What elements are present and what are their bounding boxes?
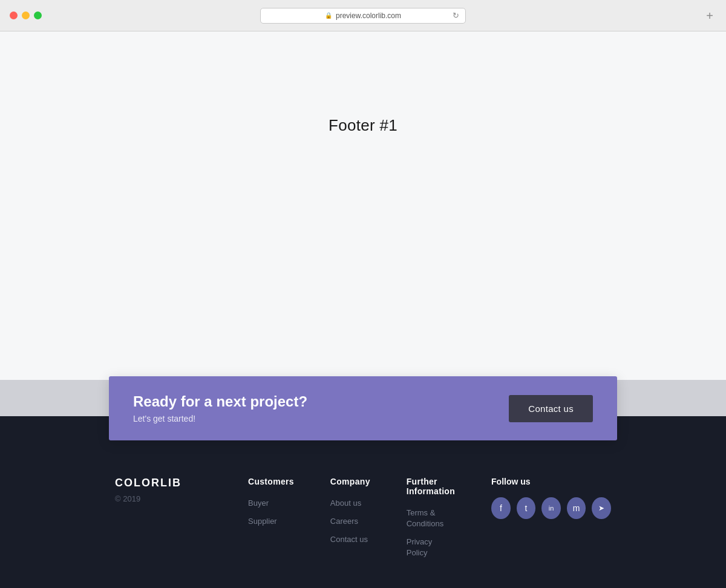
url-text: preview.colorlib.com	[336, 11, 401, 20]
cta-banner: Ready for a next project? Let's get star…	[109, 376, 617, 440]
footer-brand: COLORLIB © 2019	[115, 477, 212, 503]
list-item: Privacy Policy	[407, 536, 455, 558]
footer-copyright: © 2019	[115, 494, 212, 503]
telegram-icon[interactable]: ➤	[592, 497, 611, 519]
buyer-link[interactable]: Buyer	[248, 498, 269, 508]
footer-inner: COLORLIB © 2019 Customers Buyer Supplier…	[103, 477, 623, 558]
cta-contact-button[interactable]: Contact us	[509, 395, 593, 422]
lock-icon: 🔒	[325, 12, 332, 19]
page-content: Footer #1 Ready for a next project? Let'…	[0, 31, 726, 588]
browser-chrome: 🔒 preview.colorlib.com ↻ +	[0, 0, 726, 31]
follow-us-heading: Follow us	[491, 477, 611, 486]
customers-list: Buyer Supplier	[248, 497, 294, 526]
about-us-link[interactable]: About us	[330, 498, 361, 508]
facebook-icon[interactable]: f	[491, 497, 511, 519]
maximize-button[interactable]	[34, 11, 42, 19]
close-button[interactable]	[10, 11, 18, 19]
careers-link[interactable]: Careers	[330, 517, 358, 526]
list-item: Supplier	[248, 515, 294, 526]
new-tab-button[interactable]: +	[703, 9, 716, 22]
footer-col-customers: Customers Buyer Supplier	[248, 477, 294, 558]
cta-heading: Ready for a next project?	[133, 393, 307, 410]
footer-columns: Customers Buyer Supplier Company About u…	[248, 477, 455, 558]
cta-banner-wrapper: Ready for a next project? Let's get star…	[109, 376, 617, 440]
cta-text: Ready for a next project? Let's get star…	[133, 393, 307, 423]
terms-conditions-link[interactable]: Terms & Conditions	[407, 508, 443, 528]
footer-logo: COLORLIB	[115, 477, 212, 489]
social-icons: f t in m ➤	[491, 497, 611, 519]
main-area: Footer #1 Ready for a next project? Let'…	[0, 31, 726, 416]
page-title: Footer #1	[329, 116, 397, 135]
list-item: Buyer	[248, 497, 294, 508]
cta-subtext: Let's get started!	[133, 414, 307, 423]
list-item: Contact us	[330, 534, 370, 544]
list-item: Terms & Conditions	[407, 507, 455, 529]
footer-social: Follow us f t in m ➤	[491, 477, 611, 519]
contact-us-link[interactable]: Contact us	[330, 535, 368, 544]
privacy-policy-link[interactable]: Privacy Policy	[407, 537, 433, 557]
reload-icon[interactable]: ↻	[453, 11, 459, 20]
customers-heading: Customers	[248, 477, 294, 486]
linkedin-icon[interactable]: in	[541, 497, 561, 519]
footer-col-company: Company About us Careers Contact us	[330, 477, 370, 558]
footer: COLORLIB © 2019 Customers Buyer Supplier…	[0, 416, 726, 588]
list-item: Careers	[330, 515, 370, 526]
twitter-icon[interactable]: t	[517, 497, 536, 519]
company-heading: Company	[330, 477, 370, 486]
supplier-link[interactable]: Supplier	[248, 517, 277, 526]
address-bar[interactable]: 🔒 preview.colorlib.com ↻	[260, 8, 466, 24]
list-item: About us	[330, 497, 370, 508]
traffic-lights	[10, 11, 42, 19]
footer-col-further-info: Further Information Terms & Conditions P…	[407, 477, 455, 558]
minimize-button[interactable]	[22, 11, 30, 19]
further-info-list: Terms & Conditions Privacy Policy	[407, 507, 455, 558]
further-info-heading: Further Information	[407, 477, 455, 496]
company-list: About us Careers Contact us	[330, 497, 370, 544]
medium-icon[interactable]: m	[567, 497, 586, 519]
